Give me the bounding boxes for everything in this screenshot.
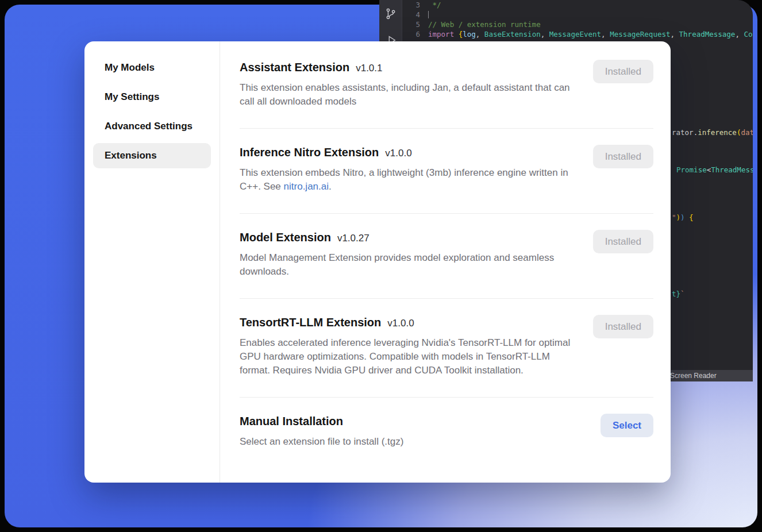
code-token: */	[428, 1, 441, 9]
extension-name: Assistant Extension	[240, 60, 349, 75]
code-fragment: rator.inference(data));	[672, 128, 753, 137]
code-line: 6import {log, BaseExtension, MessageEven…	[403, 29, 753, 39]
code-token: ,	[601, 30, 610, 38]
select-file-button[interactable]: Select	[601, 414, 653, 437]
nitro-jan-ai-link[interactable]: nitro.jan.ai	[284, 181, 329, 192]
settings-sidebar: My Models My Settings Advanced Settings …	[84, 41, 220, 483]
settings-modal: My Models My Settings Advanced Settings …	[84, 41, 671, 483]
line-number: 6	[403, 29, 428, 39]
sidebar-item-advanced-settings[interactable]: Advanced Settings	[93, 114, 211, 139]
extension-description: Select an extension file to install (.tg…	[240, 435, 576, 449]
app-window: 2 * The entrypoint for the plugin.3 */45…	[0, 0, 762, 532]
code-token: BaseExtension	[484, 30, 541, 38]
code-text	[428, 10, 429, 20]
extension-row-tensorrt-llm: TensortRT-LLM Extension v1.0.0 Enables a…	[240, 298, 653, 397]
code-text: */	[428, 0, 441, 10]
code-token: "	[672, 213, 676, 222]
line-number: 5	[403, 20, 428, 29]
code-token: import	[428, 30, 459, 38]
code-token: ThreadMessage	[679, 30, 736, 38]
installed-button[interactable]: Installed	[593, 230, 653, 253]
extension-name: TensortRT-LLM Extension	[240, 315, 381, 330]
code-token: ContentType	[744, 30, 753, 38]
extension-version: v1.0.27	[337, 233, 370, 244]
code-text: // Web / extension runtime	[428, 20, 541, 29]
extension-name: Inference Nitro Extension	[240, 145, 379, 160]
extension-description: This extension embeds Nitro, a lightweig…	[240, 166, 576, 194]
code-token: )	[676, 213, 681, 222]
extension-version: v1.0.0	[387, 318, 414, 329]
code-token: inference	[698, 128, 737, 137]
code-line: 5// Web / extension runtime	[403, 20, 753, 29]
extension-description: Model Management Extension provides mode…	[240, 251, 576, 279]
extension-row-assistant: Assistant Extension v1.0.1 This extensio…	[240, 41, 653, 128]
code-line: 3 */	[403, 0, 753, 10]
code-token: Promise	[676, 165, 707, 174]
code-lines: 2 * The entrypoint for the plugin.3 */45…	[403, 0, 753, 39]
extension-version: v1.0.1	[356, 63, 382, 74]
text-cursor	[428, 11, 429, 18]
extension-description: This extension enables assistants, inclu…	[240, 81, 576, 109]
code-token: ThreadMessage	[711, 165, 753, 174]
extension-name: Manual Installation	[240, 414, 343, 429]
source-control-icon[interactable]	[384, 7, 397, 21]
code-token: ,	[476, 30, 484, 38]
code-token: MessageRequest	[610, 30, 670, 38]
code-token: {	[685, 213, 694, 222]
code-token: data	[741, 128, 753, 137]
code-fragment: t}`	[672, 290, 685, 298]
line-number: 3	[403, 0, 428, 10]
code-token: )	[680, 213, 685, 222]
status-item-screen-reader[interactable]: Screen Reader Optimized	[667, 370, 753, 381]
code-line: 4	[403, 10, 753, 20]
extension-row-inference-nitro: Inference Nitro Extension v1.0.0 This ex…	[240, 128, 653, 213]
installed-button[interactable]: Installed	[593, 60, 653, 83]
sidebar-item-extensions[interactable]: Extensions	[93, 143, 211, 168]
code-token: log	[463, 30, 476, 38]
extension-row-manual-installation: Manual Installation Select an extension …	[240, 397, 653, 468]
extensions-list: Assistant Extension v1.0.1 This extensio…	[220, 41, 671, 483]
sidebar-item-my-settings[interactable]: My Settings	[93, 84, 211, 110]
extension-name: Model Extension	[240, 230, 331, 245]
code-token: `	[680, 290, 685, 298]
installed-button[interactable]: Installed	[593, 145, 653, 168]
code-fragment: ")) {	[672, 213, 694, 222]
installed-button[interactable]: Installed	[593, 315, 653, 338]
code-token: ,	[671, 30, 679, 38]
code-text: import {log, BaseExtension, MessageEvent…	[428, 29, 753, 39]
extension-description: Enables accelerated inference leveraging…	[240, 336, 576, 377]
code-token: t}	[672, 290, 680, 298]
extension-version: v1.0.0	[385, 148, 411, 159]
code-token: MessageEvent	[549, 30, 601, 38]
code-token: ,	[735, 30, 744, 38]
line-number: 4	[403, 10, 428, 20]
code-token: ,	[541, 30, 549, 38]
extension-row-model: Model Extension v1.0.27 Model Management…	[240, 213, 653, 298]
sidebar-item-my-models[interactable]: My Models	[93, 55, 211, 80]
code-token: rator.	[672, 128, 698, 137]
code-token: // Web / extension runtime	[428, 20, 541, 29]
code-fragment: Promise<ThreadMessage>	[676, 165, 753, 174]
